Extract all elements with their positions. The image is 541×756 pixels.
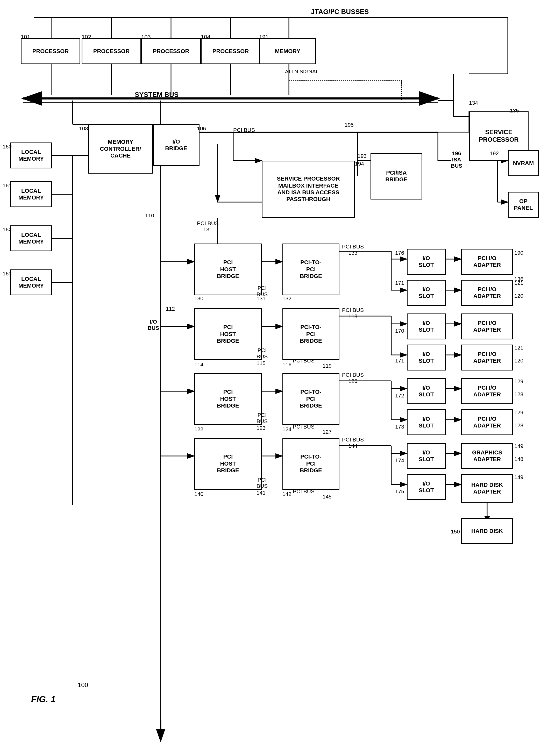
ref-141: 141 <box>257 490 266 496</box>
local-memory-163: LOCAL MEMORY <box>10 269 52 295</box>
pci-to-pci-bridge-142: PCI-TO- PCI BRIDGE <box>282 438 339 490</box>
ref-163: 163 <box>3 270 12 277</box>
memory-191: MEMORY <box>259 38 316 64</box>
ref-110: 110 <box>145 212 154 219</box>
ref-172: 172 <box>395 393 404 399</box>
pci-to-pci-bridge-132: PCI-TO- PCI BRIDGE <box>282 243 339 295</box>
ref-112: 112 <box>166 306 175 312</box>
processor-104: PROCESSOR <box>201 38 261 64</box>
pci-host-bridge-140: PCI HOST BRIDGE <box>194 438 262 490</box>
ref-122: 122 <box>194 426 204 432</box>
ref-148-top: 148 <box>514 456 523 462</box>
ref-129: 129 <box>514 378 523 384</box>
ref-149b: 149 <box>514 474 523 480</box>
pci-io-adapter-row1-b: PCI I/OADAPTER <box>461 280 513 306</box>
ref-174: 174 <box>395 457 404 464</box>
pci-bus-126-label: PCI BUS126 <box>342 372 364 384</box>
ref-121b: 121 <box>514 345 523 351</box>
ref-194: 194 <box>355 161 364 167</box>
ref-132: 132 <box>282 295 291 302</box>
isa-bus-label: 196ISABUS <box>451 150 462 169</box>
ref-195: 195 <box>344 122 354 128</box>
ref-173: 173 <box>395 424 404 430</box>
ref-101: 101 <box>21 34 30 40</box>
ref-149-top: 149 <box>514 443 523 449</box>
local-memory-162: LOCAL MEMORY <box>10 225 52 251</box>
io-slot-row4-a: I/OSLOT <box>407 443 446 469</box>
pci-io-adapter-row3-a: PCI I/OADAPTER <box>461 378 513 404</box>
io-bridge: I/O BRIDGE <box>153 124 200 166</box>
pci-isa-bridge: PCI/ISA BRIDGE <box>370 153 422 199</box>
ref-160: 160 <box>3 144 12 150</box>
ref-150: 150 <box>451 529 460 535</box>
ref-103: 103 <box>141 34 151 40</box>
io-bus-label: I/O BUS <box>148 319 159 331</box>
ref-123: 123 <box>257 425 266 431</box>
pci-bus-119-label: PCI BUS <box>293 358 314 364</box>
ref-175: 175 <box>395 488 404 495</box>
processor-103: PROCESSOR <box>141 38 201 64</box>
ref-130: 130 <box>194 295 204 302</box>
ref-120: 120 <box>514 293 523 299</box>
ref-115: 115 <box>257 360 266 366</box>
pci-bus-133-label: PCI BUS133 <box>342 243 364 256</box>
ref-145: 145 <box>322 494 332 500</box>
pci-io-adapter-row2-b: PCI I/OADAPTER <box>461 345 513 370</box>
attn-signal-label: ATTN SIGNAL <box>285 69 319 75</box>
fig-label: FIG. 1 <box>31 694 55 704</box>
ref-171b: 171 <box>395 358 404 364</box>
pci-bus-144-label: PCI BUS144 <box>342 437 364 449</box>
memory-controller: MEMORY CONTROLLER/ CACHE <box>88 124 153 174</box>
io-slot-row4-b: I/OSLOT <box>407 474 446 500</box>
ref-120b: 120 <box>514 358 523 364</box>
pci-bus-145-label: PCI BUS <box>293 488 314 495</box>
sp-mailbox: SERVICE PROCESSOR MAILBOX INTERFACE AND … <box>262 161 355 217</box>
processor-102: PROCESSOR <box>82 38 141 64</box>
ref-161: 161 <box>3 183 12 189</box>
pci-bus-118-label: PCI BUS118 <box>342 307 364 319</box>
io-slot-row3-a: I/OSLOT <box>407 378 446 404</box>
jtag-label: JTAG/I²C BUSSES <box>311 8 369 16</box>
ref-114: 114 <box>194 361 204 368</box>
ref-142: 142 <box>282 491 291 497</box>
pci-io-adapter-row2-a: PCI I/OADAPTER <box>461 313 513 339</box>
ref-128b: 128 <box>514 422 523 429</box>
pci-bus-top-label: PCI BUS <box>233 127 255 133</box>
ref-119: 119 <box>322 363 332 369</box>
ref-116: 116 <box>282 361 291 368</box>
ref-192: 192 <box>490 150 499 157</box>
ref-104: 104 <box>201 34 211 40</box>
ref-176: 176 <box>395 250 404 256</box>
io-slot-176: I/O SLOT <box>407 249 446 275</box>
ref-135: 135 <box>510 108 519 114</box>
op-panel: OP PANEL <box>508 192 539 217</box>
io-slot-row3-b: I/OSLOT <box>407 409 446 435</box>
pci-io-adapter-row3-b: PCI I/OADAPTER <box>461 409 513 435</box>
system-bus-label: SYSTEM BUS <box>135 91 179 99</box>
io-slot-row2-b: I/OSLOT <box>407 345 446 370</box>
pci-host-bridge-114: PCI HOST BRIDGE <box>194 308 262 360</box>
pci-bus-127-label: PCI BUS <box>293 424 314 430</box>
graphics-adapter: GRAPHICS ADAPTER <box>461 443 513 469</box>
pci-to-pci-bridge-124: PCI-TO- PCI BRIDGE <box>282 373 339 425</box>
ref-131: 131 <box>257 295 266 302</box>
pci-bus-141-label: PCIBUS <box>257 477 268 489</box>
ref-171a: 171 <box>395 280 404 286</box>
nvram: NVRAM <box>508 150 539 176</box>
processor-101: PROCESSOR <box>21 38 80 64</box>
ref-134: 134 <box>469 100 478 106</box>
pci-host-bridge-122: PCI HOST BRIDGE <box>194 373 262 425</box>
ref-102: 102 <box>82 34 91 40</box>
local-memory-160: LOCAL MEMORY <box>10 143 52 169</box>
pci-bus-123-label: PCIBUS <box>257 412 268 424</box>
ref-124: 124 <box>282 426 291 432</box>
io-slot-row1-b: I/OSLOT <box>407 280 446 306</box>
ref-108: 108 <box>79 126 88 132</box>
hard-disk-adapter: HARD DISK ADAPTER <box>461 474 513 503</box>
pci-bus-131-label: PCI BUS131 <box>197 220 219 233</box>
ref-100: 100 <box>78 681 88 689</box>
ref-191: 191 <box>259 34 269 40</box>
pci-host-bridge-130: PCI HOST BRIDGE <box>194 243 262 295</box>
ref-127: 127 <box>322 429 332 435</box>
ref-121: 121 <box>514 280 523 286</box>
